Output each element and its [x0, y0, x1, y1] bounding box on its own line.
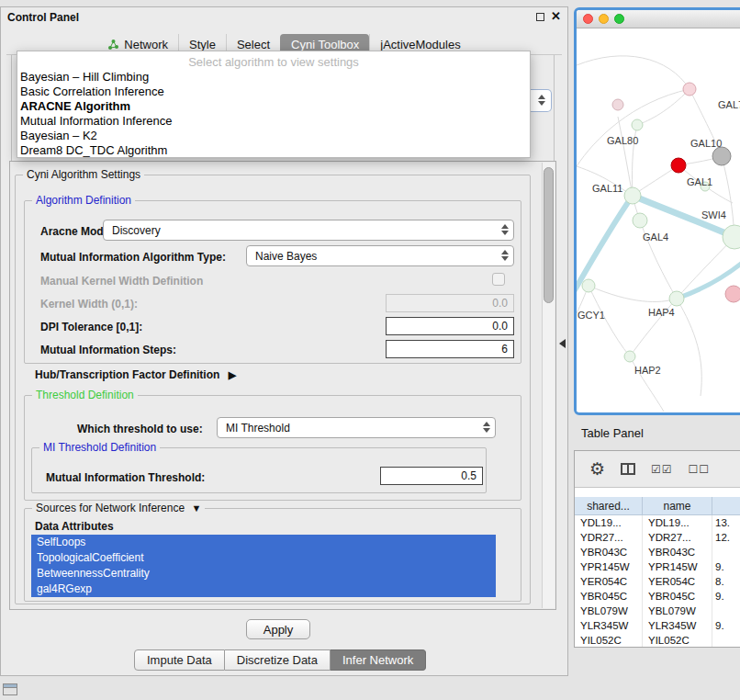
kernel-width-label: Kernel Width (0,1): — [40, 298, 138, 310]
table-cell[interactable]: YER054C — [643, 574, 712, 589]
table-row[interactable]: YPR145W YPR145W 9. — [575, 559, 740, 574]
table-body: YDL19... YDL19... 13. YDR27... YDR27... … — [575, 515, 740, 648]
tab-discretize-data[interactable]: Discretize Data — [225, 649, 331, 671]
manual-kernel-checkbox[interactable] — [492, 273, 505, 286]
algorithm-combo-fragment[interactable] — [531, 89, 552, 112]
data-attributes-list[interactable]: SelfLoops TopologicalCoefficient Between… — [31, 535, 496, 597]
vertical-scrollbar[interactable] — [542, 163, 555, 608]
restore-panel-icon[interactable] — [3, 683, 17, 695]
table-cell[interactable]: 9. — [712, 589, 740, 604]
network-node[interactable] — [582, 279, 595, 292]
table-row[interactable]: YER054C YER054C 8. — [575, 574, 740, 589]
network-node-selected[interactable] — [671, 158, 686, 173]
table-cell[interactable]: YIL052C — [575, 633, 643, 648]
table-row[interactable]: YIL052C YIL052C — [575, 633, 740, 648]
mi-steps-input[interactable]: 6 — [386, 340, 514, 358]
network-canvas[interactable]: GAL7 GAL80 GAL10 GAL11 GAL1 SWI4 GAL4 GC… — [577, 28, 740, 412]
table-cell[interactable]: YBR043C — [643, 545, 712, 559]
network-node[interactable] — [683, 83, 696, 96]
expand-right-icon: ▶ — [229, 369, 236, 380]
select-all-rows-icon[interactable]: ☑☑ — [651, 463, 673, 476]
apply-button[interactable]: Apply — [246, 619, 310, 639]
table-cell[interactable] — [712, 604, 740, 618]
column-header-extra[interactable] — [712, 497, 740, 514]
dropdown-item-selected[interactable]: ARACNE Algorithm — [17, 99, 530, 114]
table-cell[interactable]: YBR043C — [575, 545, 643, 559]
table-cell[interactable]: YIL052C — [643, 633, 712, 648]
columns-icon[interactable] — [621, 463, 635, 475]
table-row[interactable]: YBR045C YBR045C 9. — [575, 589, 740, 604]
table-cell[interactable]: YBL079W — [575, 604, 643, 618]
combo-arrows-icon — [538, 95, 545, 106]
network-node[interactable] — [633, 213, 647, 228]
dpi-tolerance-input[interactable]: 0.0 — [386, 317, 514, 335]
table-cell[interactable] — [712, 545, 740, 559]
dropdown-item[interactable]: Dream8 DC_TDC Algorithm — [17, 143, 530, 158]
table-cell[interactable]: YPR145W — [643, 559, 712, 574]
table-cell[interactable]: YBR045C — [575, 589, 643, 604]
table-row[interactable]: YLR345W YLR345W 9. — [575, 618, 740, 633]
dropdown-item[interactable]: Bayesian – K2 — [17, 129, 530, 143]
attribute-item[interactable]: BetweennessCentrality — [31, 566, 496, 581]
column-header-shared-name[interactable]: shared... — [575, 497, 643, 514]
splitter-collapse-arrow[interactable] — [559, 339, 566, 348]
tab-infer-network[interactable]: Infer Network — [331, 649, 426, 671]
network-node[interactable] — [669, 291, 684, 306]
deselect-all-rows-icon[interactable]: ☐☐ — [689, 463, 711, 476]
table-cell[interactable] — [712, 633, 740, 648]
table-cell[interactable]: YBL079W — [643, 604, 712, 618]
gear-icon[interactable]: ⚙ — [589, 460, 605, 478]
table-cell[interactable]: YLR345W — [575, 618, 643, 633]
scrollbar-thumb[interactable] — [544, 167, 554, 303]
table-cell[interactable]: YBR045C — [643, 589, 712, 604]
network-node[interactable] — [624, 351, 635, 362]
attribute-item[interactable]: TopologicalCoefficient — [31, 550, 496, 566]
table-cell[interactable]: 12. — [712, 530, 740, 545]
dpi-tolerance-label: DPI Tolerance [0,1]: — [40, 321, 142, 333]
mi-algorithm-type-select[interactable]: Naive Bayes — [246, 245, 514, 266]
tab-impute-data[interactable]: Impute Data — [134, 649, 225, 671]
table-row[interactable]: YDR27... YDR27... 12. — [575, 530, 740, 545]
column-header-name[interactable]: name — [643, 497, 712, 514]
hub-definition-toggle[interactable]: Hub/Transcription Factor Definition ▶ — [35, 368, 236, 381]
sources-group-toggle[interactable]: Sources for Network Inference ▼ — [32, 502, 205, 515]
table-cell[interactable]: YPR145W — [575, 559, 643, 574]
table-cell[interactable]: 9. — [712, 618, 740, 633]
float-window-icon[interactable] — [536, 13, 544, 21]
table-cell[interactable]: YDR27... — [575, 530, 643, 545]
network-node[interactable] — [612, 99, 623, 110]
dropdown-item[interactable]: Bayesian – Hill Climbing — [17, 70, 530, 85]
close-panel-icon[interactable]: ✕ — [551, 9, 561, 23]
table-row[interactable]: YDL19... YDL19... 13. — [575, 515, 740, 530]
table-cell[interactable]: 8. — [712, 574, 740, 589]
group-title: Algorithm Definition — [32, 194, 135, 208]
network-node[interactable] — [712, 147, 731, 165]
zoom-window-icon[interactable] — [614, 14, 624, 24]
table-cell[interactable]: YLR345W — [643, 618, 712, 633]
group-title: Cyni Algorithm Settings — [23, 168, 144, 182]
mi-threshold-input[interactable]: 0.5 — [380, 467, 483, 485]
table-cell[interactable]: YER054C — [575, 574, 643, 589]
aracne-mode-select[interactable]: Discovery — [103, 220, 514, 241]
collapse-down-icon: ▼ — [191, 502, 201, 514]
network-node[interactable] — [632, 119, 643, 130]
network-node[interactable] — [723, 225, 740, 249]
attribute-item[interactable]: gal4RGexp — [31, 581, 496, 597]
dropdown-item[interactable]: Basic Correlation Inference — [17, 85, 530, 99]
dropdown-item[interactable]: Mutual Information Inference — [17, 114, 530, 129]
network-node[interactable] — [624, 187, 641, 204]
table-row[interactable]: YBL079W YBL079W — [575, 604, 740, 618]
table-cell[interactable]: YDL19... — [575, 515, 643, 530]
table-cell[interactable]: YDR27... — [643, 530, 712, 545]
node-label: HAP4 — [648, 307, 675, 318]
network-node[interactable] — [725, 286, 740, 302]
node-label: GAL4 — [643, 231, 668, 243]
table-cell[interactable]: 13. — [712, 515, 740, 530]
table-cell[interactable]: YDL19... — [643, 515, 712, 530]
minimize-window-icon[interactable] — [599, 14, 609, 24]
table-cell[interactable]: 9. — [712, 559, 740, 574]
table-row[interactable]: YBR043C YBR043C — [575, 545, 740, 559]
close-window-icon[interactable] — [583, 14, 593, 24]
attribute-item[interactable]: SelfLoops — [31, 535, 496, 550]
threshold-type-select[interactable]: MI Threshold — [217, 417, 496, 438]
